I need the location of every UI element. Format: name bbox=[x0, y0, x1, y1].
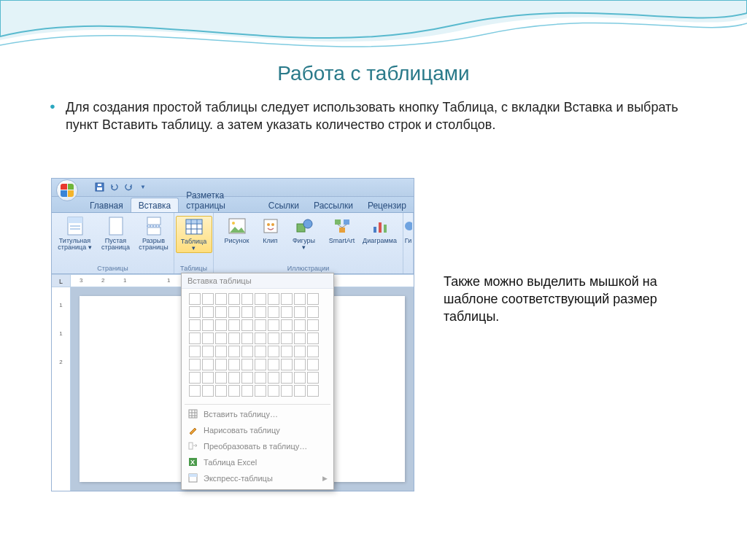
cover-page-button[interactable]: Титульная страница ▾ bbox=[54, 216, 96, 252]
grid-cell[interactable] bbox=[202, 372, 214, 384]
grid-cell[interactable] bbox=[228, 319, 240, 331]
grid-cell[interactable] bbox=[281, 332, 293, 344]
grid-cell[interactable] bbox=[215, 385, 227, 397]
grid-cell[interactable] bbox=[255, 372, 266, 384]
grid-cell[interactable] bbox=[241, 359, 253, 370]
grid-cell[interactable] bbox=[189, 346, 201, 357]
grid-cell[interactable] bbox=[294, 293, 306, 305]
grid-cell[interactable] bbox=[241, 372, 253, 384]
grid-cell[interactable] bbox=[215, 293, 227, 305]
grid-cell[interactable] bbox=[268, 359, 279, 370]
tab-home[interactable]: Главная bbox=[82, 198, 131, 212]
grid-cell[interactable] bbox=[241, 385, 253, 397]
grid-cell[interactable] bbox=[281, 359, 293, 370]
convert-to-table-item[interactable]: Преобразовать в таблицу… bbox=[182, 438, 333, 454]
table-size-grid[interactable] bbox=[182, 289, 333, 402]
grid-cell[interactable] bbox=[241, 332, 253, 344]
draw-table-item[interactable]: Нарисовать таблицу bbox=[182, 422, 333, 438]
grid-cell[interactable] bbox=[228, 306, 240, 318]
grid-cell[interactable] bbox=[202, 332, 214, 344]
grid-cell[interactable] bbox=[294, 346, 306, 357]
grid-cell[interactable] bbox=[189, 372, 201, 384]
grid-cell[interactable] bbox=[281, 372, 293, 384]
clip-button[interactable]: Клип bbox=[257, 216, 285, 252]
grid-cell[interactable] bbox=[241, 293, 253, 305]
grid-cell[interactable] bbox=[228, 385, 240, 397]
tab-mailings[interactable]: Рассылки bbox=[306, 198, 360, 212]
grid-cell[interactable] bbox=[202, 385, 214, 397]
grid-cell[interactable] bbox=[307, 372, 319, 384]
grid-cell[interactable] bbox=[228, 332, 240, 344]
table-button[interactable]: Таблица▾ bbox=[176, 216, 212, 254]
excel-table-item[interactable]: X Таблица Excel bbox=[182, 454, 333, 470]
grid-cell[interactable] bbox=[255, 319, 266, 331]
grid-cell[interactable] bbox=[228, 346, 240, 357]
page-break-button[interactable]: Разрыв страницы bbox=[136, 216, 172, 252]
qat-dropdown-icon[interactable]: ▼ bbox=[138, 182, 148, 192]
tab-insert[interactable]: Вставка bbox=[131, 198, 179, 212]
grid-cell[interactable] bbox=[228, 293, 240, 305]
grid-cell[interactable] bbox=[268, 319, 279, 331]
grid-cell[interactable] bbox=[281, 293, 293, 305]
grid-cell[interactable] bbox=[241, 306, 253, 318]
grid-cell[interactable] bbox=[294, 306, 306, 318]
grid-cell[interactable] bbox=[255, 332, 266, 344]
grid-cell[interactable] bbox=[307, 319, 319, 331]
grid-cell[interactable] bbox=[255, 359, 266, 370]
insert-table-item[interactable]: Вставить таблицу… bbox=[182, 406, 333, 422]
grid-cell[interactable] bbox=[268, 306, 279, 318]
grid-cell[interactable] bbox=[255, 385, 266, 397]
grid-cell[interactable] bbox=[294, 372, 306, 384]
grid-cell[interactable] bbox=[307, 306, 319, 318]
grid-cell[interactable] bbox=[202, 346, 214, 357]
grid-cell[interactable] bbox=[294, 359, 306, 370]
grid-cell[interactable] bbox=[255, 293, 266, 305]
grid-cell[interactable] bbox=[268, 332, 279, 344]
smartart-button[interactable]: SmartArt bbox=[324, 216, 360, 252]
grid-cell[interactable] bbox=[307, 359, 319, 370]
grid-cell[interactable] bbox=[294, 319, 306, 331]
blank-page-button[interactable]: Пустая страница bbox=[98, 216, 134, 252]
grid-cell[interactable] bbox=[189, 293, 201, 305]
grid-cell[interactable] bbox=[307, 332, 319, 344]
grid-cell[interactable] bbox=[255, 306, 266, 318]
grid-cell[interactable] bbox=[241, 319, 253, 331]
grid-cell[interactable] bbox=[281, 319, 293, 331]
grid-cell[interactable] bbox=[294, 385, 306, 397]
picture-button[interactable]: Рисунок bbox=[219, 216, 255, 252]
grid-cell[interactable] bbox=[215, 346, 227, 357]
grid-cell[interactable] bbox=[281, 306, 293, 318]
grid-cell[interactable] bbox=[281, 346, 293, 357]
shapes-button[interactable]: Фигуры▾ bbox=[286, 216, 322, 252]
grid-cell[interactable] bbox=[215, 332, 227, 344]
redo-icon[interactable] bbox=[123, 182, 133, 192]
undo-icon[interactable] bbox=[109, 182, 119, 192]
grid-cell[interactable] bbox=[215, 359, 227, 370]
grid-cell[interactable] bbox=[189, 359, 201, 370]
grid-cell[interactable] bbox=[215, 372, 227, 384]
grid-cell[interactable] bbox=[228, 372, 240, 384]
grid-cell[interactable] bbox=[268, 372, 279, 384]
tab-references[interactable]: Ссылки bbox=[261, 198, 306, 212]
grid-cell[interactable] bbox=[202, 359, 214, 370]
tab-layout[interactable]: Разметка страницы bbox=[179, 188, 261, 212]
grid-cell[interactable] bbox=[294, 332, 306, 344]
tab-review[interactable]: Рецензир bbox=[360, 198, 414, 212]
grid-cell[interactable] bbox=[268, 293, 279, 305]
grid-cell[interactable] bbox=[189, 306, 201, 318]
hyperlink-button-partial[interactable]: Ги bbox=[404, 216, 413, 245]
grid-cell[interactable] bbox=[228, 359, 240, 370]
grid-cell[interactable] bbox=[189, 332, 201, 344]
grid-cell[interactable] bbox=[202, 306, 214, 318]
grid-cell[interactable] bbox=[202, 293, 214, 305]
grid-cell[interactable] bbox=[189, 319, 201, 331]
grid-cell[interactable] bbox=[255, 346, 266, 357]
grid-cell[interactable] bbox=[268, 385, 279, 397]
grid-cell[interactable] bbox=[202, 319, 214, 331]
chart-button[interactable]: Диаграмма bbox=[362, 216, 398, 252]
quick-tables-item[interactable]: Экспресс-таблицы ▶ bbox=[182, 470, 333, 486]
grid-cell[interactable] bbox=[307, 385, 319, 397]
grid-cell[interactable] bbox=[215, 306, 227, 318]
grid-cell[interactable] bbox=[307, 293, 319, 305]
grid-cell[interactable] bbox=[241, 346, 253, 357]
